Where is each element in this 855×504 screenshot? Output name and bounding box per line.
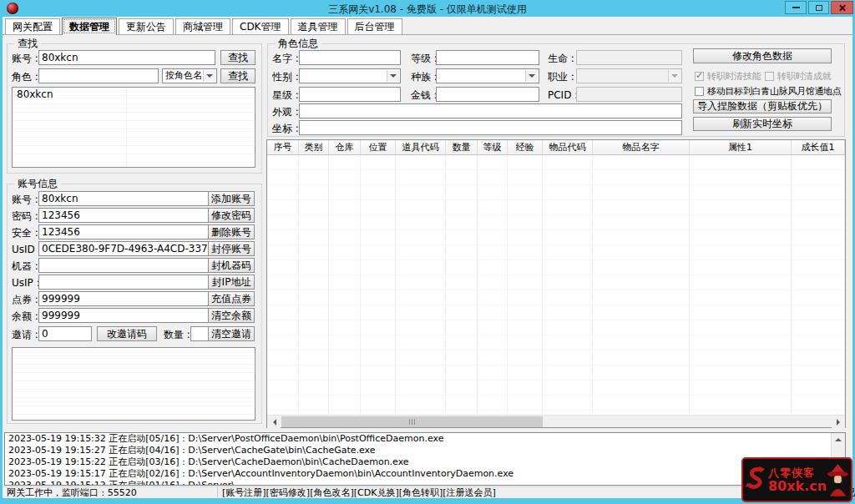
refresh-coords-button[interactable]: 刷新实时坐标 bbox=[693, 117, 832, 131]
account-action-button[interactable]: 封机器码 bbox=[208, 258, 255, 273]
account-row: UsID : 0CEDE380-9F7D-4963-A4CD-3378735F8… bbox=[7, 241, 262, 258]
clear-skill-label: 转职时清技能 bbox=[707, 70, 761, 83]
scroll-right-arrow[interactable] bbox=[832, 416, 845, 428]
table-column-header[interactable]: 属性1 bbox=[690, 140, 792, 155]
char-class-select[interactable] bbox=[576, 68, 682, 83]
char-pcid-input[interactable] bbox=[576, 87, 682, 102]
char-name-input[interactable] bbox=[299, 50, 401, 65]
chevron-down-icon[interactable] bbox=[668, 70, 680, 82]
maximize-button[interactable] bbox=[808, 1, 829, 14]
account-field-input[interactable]: 123456 bbox=[38, 224, 212, 239]
search-role-input[interactable] bbox=[38, 68, 159, 83]
table-column-header[interactable]: 成长值1 bbox=[792, 140, 845, 155]
account-action-button[interactable]: 充值点券 bbox=[208, 291, 255, 306]
clear-invite-button[interactable]: 清空邀请 bbox=[208, 326, 255, 341]
table-column-header[interactable]: 位置 bbox=[361, 140, 396, 155]
chevron-down-icon[interactable] bbox=[387, 70, 399, 82]
change-invite-button[interactable]: 改邀请码 bbox=[97, 326, 157, 341]
char-money-input[interactable] bbox=[436, 87, 539, 102]
search-account-input[interactable]: 80xkcn bbox=[38, 50, 215, 65]
char-appearance-label: 外观 : bbox=[272, 104, 299, 119]
table-gridline bbox=[477, 155, 478, 415]
tab[interactable]: CDK管理 bbox=[232, 18, 289, 34]
table-column-header[interactable]: 道具代码 bbox=[396, 140, 446, 155]
account-field-label: UsIP : bbox=[12, 275, 40, 290]
search-account-button[interactable]: 查找 bbox=[220, 50, 255, 65]
char-race-select[interactable] bbox=[436, 68, 539, 83]
account-action-button[interactable]: 删除账号 bbox=[208, 224, 255, 239]
clear-skill-checkbox[interactable]: 转职时清技能 bbox=[695, 70, 761, 83]
modify-character-button[interactable]: 修改角色数据 bbox=[693, 48, 832, 63]
invite-input[interactable]: 0 bbox=[38, 326, 92, 341]
tab[interactable]: 更新公告 bbox=[119, 18, 174, 34]
char-star-input[interactable] bbox=[299, 87, 401, 102]
search-role-button[interactable]: 查找 bbox=[220, 68, 255, 83]
tab[interactable]: 商城管理 bbox=[175, 18, 230, 34]
account-action-button[interactable]: 添加账号 bbox=[208, 191, 255, 206]
watermark-site: 80xk.cn bbox=[768, 480, 827, 493]
chevron-down-icon[interactable] bbox=[525, 70, 538, 82]
account-action-button[interactable]: 封停账号 bbox=[208, 241, 255, 256]
tab[interactable]: 数据管理 bbox=[62, 18, 117, 35]
account-rows: 账号 : 80xkcn 添加账号 密码 : 123456 修改密码 安全 : 1… bbox=[7, 191, 262, 325]
table-column-header[interactable]: 经验 bbox=[508, 140, 543, 155]
account-extra-list[interactable] bbox=[12, 347, 255, 421]
table-column-header[interactable]: 物品代码 bbox=[543, 140, 593, 155]
tab[interactable]: 后台管理 bbox=[347, 18, 402, 34]
account-action-button[interactable]: 清空余额 bbox=[208, 308, 255, 323]
close-icon bbox=[837, 3, 847, 13]
account-action-button[interactable]: 封IP地址 bbox=[208, 275, 255, 290]
scroll-left-arrow[interactable] bbox=[267, 416, 281, 428]
role-filter-select[interactable]: 按角色名 bbox=[162, 68, 217, 83]
search-results-list[interactable]: 80xkcn bbox=[12, 87, 255, 168]
account-field-label: 安全 : bbox=[12, 225, 38, 240]
move-target-checkbox[interactable]: 移动目标到白青山脉风月馆通地点 bbox=[695, 85, 842, 98]
tab-label: 道具管理 bbox=[298, 21, 338, 33]
char-level-input[interactable] bbox=[436, 50, 539, 65]
char-appearance-input[interactable] bbox=[299, 103, 682, 118]
tab-label: 商城管理 bbox=[183, 21, 223, 33]
startup-log[interactable]: 2023-05-19 19:15:32 正在启动[05/16] : D:\Ser… bbox=[4, 432, 846, 486]
log-line: 2023-05-19 19:15:22 正在启动[03/16] : D:\Ser… bbox=[5, 456, 845, 468]
tab-label: 数据管理 bbox=[69, 21, 109, 33]
table-column-header[interactable]: 数量 bbox=[446, 140, 478, 155]
account-field-input[interactable]: 999999 bbox=[38, 308, 212, 323]
account-row: 机器 : 封机器码 bbox=[7, 258, 262, 275]
account-field-input[interactable] bbox=[38, 275, 212, 290]
table-horizontal-scrollbar[interactable] bbox=[267, 415, 845, 427]
table-column-header[interactable]: 物品名字 bbox=[593, 140, 690, 155]
table-gridline bbox=[844, 155, 845, 415]
scrollbar-thumb[interactable] bbox=[281, 416, 543, 427]
tab[interactable]: 网关配置 bbox=[5, 18, 60, 34]
table-column-header[interactable]: 类别 bbox=[299, 140, 329, 155]
search-result-item[interactable]: 80xkcn bbox=[13, 88, 255, 101]
scroll-up-arrow[interactable] bbox=[832, 433, 845, 446]
window-title: 三系网关v1.08 - 免费版 - 仅限单机测试使用 bbox=[0, 3, 855, 17]
table-column-header[interactable]: 等级 bbox=[478, 140, 508, 155]
table-column-header[interactable]: 仓库 bbox=[329, 140, 361, 155]
account-action-button[interactable]: 修改密码 bbox=[208, 208, 255, 223]
clear-achievement-checkbox[interactable]: 转职时清成就 bbox=[765, 70, 831, 83]
tab[interactable]: 道具管理 bbox=[291, 18, 346, 34]
char-hp-input[interactable] bbox=[576, 50, 682, 65]
table-gridline bbox=[791, 155, 792, 415]
table-gridline bbox=[507, 155, 508, 415]
close-button[interactable] bbox=[831, 1, 853, 14]
qty-label: 数量 : bbox=[164, 327, 190, 342]
minimize-button[interactable] bbox=[785, 1, 807, 14]
account-field-label: 余额 : bbox=[12, 309, 38, 324]
account-field-input[interactable] bbox=[38, 258, 212, 273]
char-gender-select[interactable] bbox=[299, 68, 401, 83]
item-table-body[interactable] bbox=[267, 155, 845, 415]
triangle-left-icon bbox=[270, 419, 276, 426]
account-field-input[interactable]: 0CEDE380-9F7D-4963-A4CD-3378735F8 bbox=[38, 241, 212, 256]
chevron-down-icon[interactable] bbox=[203, 70, 215, 82]
char-coords-input[interactable] bbox=[299, 120, 682, 135]
account-field-input[interactable]: 80xkcn bbox=[38, 191, 212, 206]
maximize-icon bbox=[816, 5, 822, 11]
account-field-input[interactable]: 123456 bbox=[38, 208, 212, 223]
import-face-button[interactable]: 导入捏脸数据（剪贴板优先） bbox=[693, 99, 832, 113]
table-gridline bbox=[298, 155, 299, 415]
table-column-header[interactable]: 序号 bbox=[267, 140, 299, 155]
account-field-input[interactable]: 999999 bbox=[38, 291, 212, 306]
